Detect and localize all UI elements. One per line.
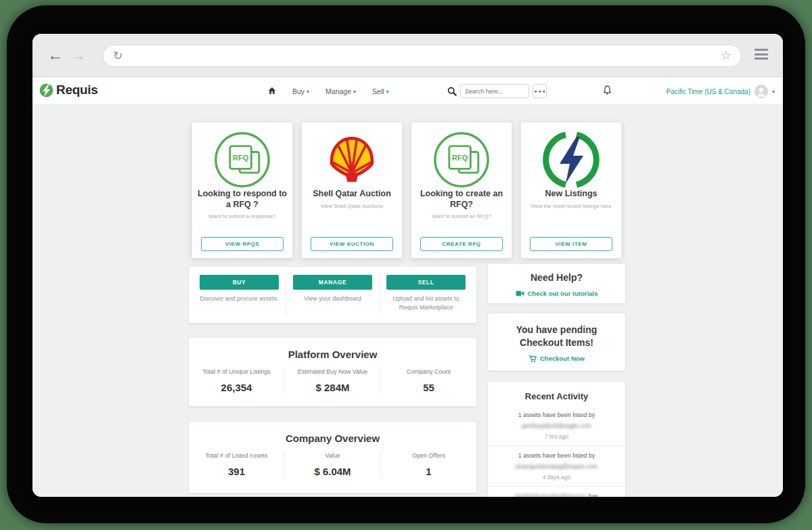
activity-text: 1 assets have been listed by [497,412,616,418]
brand-name: Requis [56,83,98,97]
create-rfq-button[interactable]: CREATE RFQ [420,237,502,251]
stat-listed-assets: Total # of Listed Assets 391 [189,452,284,477]
activity-email[interactable]: tehdistributionlist@electrici [515,493,587,497]
company-overview-card: Company Overview Total # of Listed Asset… [188,421,477,493]
tutorials-link[interactable]: Check out our tutorials [488,290,625,297]
stat-label: Open Offers [385,452,472,459]
reload-icon[interactable]: ↻ [113,49,122,63]
svg-text:RFQ: RFQ [452,154,468,162]
need-help-title: Need Help? [488,271,625,284]
platform-overview-title: Platform Overview [189,349,476,360]
activity-time: 7 hrs ago [497,433,616,440]
activity-text: 1 assets have been listed by [497,452,616,459]
back-icon[interactable]: ← [47,45,63,65]
stat-unique-listings: Total # of Unique Listings 26,354 [189,368,284,393]
activity-suffix: has [587,493,598,497]
activity-item: 1 assets have been listed by jamiboyalec… [488,405,625,445]
rfq-documents-icon: RFQ [192,123,292,187]
search-area: ● ● ● [447,84,547,98]
promo-title: Looking to respond to a RFQ ? [192,187,292,210]
checkout-now-link-label: Checkout Now [540,355,585,362]
view-rfqs-button[interactable]: VIEW RFQS [201,237,283,251]
activity-list: 1 assets have been listed by jamiboyalec… [488,405,625,497]
manage-description: View your dashboard [293,294,372,303]
search-input[interactable] [460,84,529,98]
requis-logo-icon [39,83,53,97]
primary-nav: Buy ▾ Manage ▾ Sell ▾ [268,78,389,105]
nav-item-buy-label: Buy [292,87,304,95]
stat-value: 26,354 [193,382,280,393]
nav-item-manage-label: Manage [325,87,351,95]
user-area: Pacific Time (US & Canada) ▾ [666,78,775,105]
sell-button[interactable]: SELL [386,275,466,290]
quick-actions-card: BUY Discover and procure assets. MANAGE … [188,266,477,324]
browser-window: ← → ↻ ☆ Requis Buy ▾ Manage ▾ [32,34,783,497]
tutorials-link-label: Check out our tutorials [528,290,598,297]
stat-open-offers: Open Offers 1 [380,452,476,477]
stat-label: Total # of Unique Listings [193,368,280,375]
quick-action-manage: MANAGE View your dashboard [286,275,379,315]
requis-logo[interactable]: Requis [39,83,98,97]
stat-label: Total # of Listed Assets [193,452,280,459]
forward-icon[interactable]: → [70,45,86,65]
lightning-circle-icon [521,123,621,187]
user-menu-chevron-icon[interactable]: ▾ [772,89,775,95]
notifications-bell-icon[interactable] [603,85,612,98]
chevron-down-icon: ▾ [386,89,389,95]
promo-title: Shell Qatar Auction [302,187,402,200]
promo-subtitle: Want to submit an RFQ? [411,210,512,220]
stat-value: 391 [193,466,280,477]
pending-checkout-title: You have pending Checkout Items! [488,324,625,349]
chevron-down-icon: ▾ [353,89,356,95]
stat-buy-now-value: Estimated Buy Now Value $ 284M [284,368,380,393]
activity-email[interactable]: jamiboyaleck@eagle.com [497,422,616,429]
stat-value: Value $ 6.04M [284,452,380,477]
checkout-now-link[interactable]: Checkout Now [488,355,625,363]
manage-button[interactable]: MANAGE [293,275,372,290]
recent-activity-card: Recent Activity 1 assets have been liste… [487,381,626,497]
company-overview-stats: Total # of Listed Assets 391 Value $ 6.0… [189,452,476,477]
avatar[interactable] [754,85,768,98]
browser-menu-icon[interactable] [754,49,768,62]
nav-item-sell-label: Sell [372,87,384,95]
activity-time: 4 days ago [497,474,616,481]
stat-value: $ 284M [289,382,376,393]
promo-subtitle: View Shell Qatar Auctions [302,200,402,210]
timezone-selector[interactable]: Pacific Time (US & Canada) [666,88,750,95]
nav-item-manage[interactable]: Manage ▾ [325,87,356,95]
buy-description: Discover and procure assets. [200,294,279,303]
platform-overview-card: Platform Overview Total # of Unique List… [188,337,477,407]
nav-item-sell[interactable]: Sell ▾ [372,87,389,95]
svg-text:RFQ: RFQ [233,154,249,162]
platform-overview-stats: Total # of Unique Listings 26,354 Estima… [189,368,476,393]
rfq-documents-icon: RFQ [411,123,512,187]
activity-email[interactable]: anamgustavsang@requis.com [497,463,616,470]
quick-action-buy: BUY Discover and procure assets. [193,275,286,315]
search-icon[interactable] [447,87,457,96]
cart-icon [528,355,537,363]
search-more-icon[interactable]: ● ● ● [533,84,547,98]
buy-button[interactable]: BUY [200,275,279,290]
view-auction-button[interactable]: VIEW AUCTION [311,237,392,251]
browser-toolbar: ← → ↻ ☆ [32,34,783,77]
nav-item-buy[interactable]: Buy ▾ [292,87,309,95]
video-camera-icon [516,290,524,297]
home-icon[interactable] [268,85,276,97]
promo-card-create-rfq: RFQ Looking to create an RFQ? Want to su… [411,122,512,259]
bookmark-star-icon[interactable]: ☆ [721,48,731,63]
promo-card-new-listings: New Listings View the most recent listin… [520,122,622,259]
activity-text: tehdistributionlist@electrici has [497,493,616,497]
need-help-card: Need Help? Check out our tutorials [487,263,626,304]
stat-value: $ 6.04M [289,466,376,477]
activity-item: 1 assets have been listed by anamgustavs… [488,445,625,486]
promo-subtitle: Want to submit a response? [192,210,292,220]
address-bar[interactable]: ↻ ☆ [103,45,742,67]
quick-action-sell: SELL Upload and list assets to Requis Ma… [379,275,472,315]
promo-subtitle: View the most recent listings here [521,200,621,210]
stat-label: Value [289,452,376,459]
app-navbar: Requis Buy ▾ Manage ▾ Sell ▾ [32,78,783,105]
promo-card-shell-auction: Shell Qatar Auction View Shell Qatar Auc… [301,122,403,259]
promo-card-respond-rfq: RFQ Looking to respond to a RFQ ? Want t… [191,122,293,259]
recent-activity-title: Recent Activity [488,391,625,401]
view-item-button[interactable]: VIEW ITEM [530,237,612,251]
